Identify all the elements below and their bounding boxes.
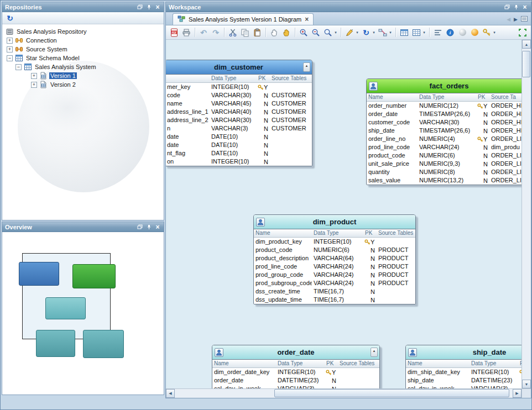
float-panel-icon[interactable] [137, 224, 143, 230]
horizontal-scroll-track[interactable] [175, 389, 513, 398]
refresh-repositories-icon[interactable]: ↻ [4, 14, 15, 23]
float-panel-icon[interactable] [504, 4, 510, 10]
dropdown-icon[interactable]: ▾ [492, 30, 497, 35]
table-row[interactable]: customer_codeVARCHAR(30)NORDER_HE [367, 118, 521, 127]
overview-rect-ship-date[interactable] [83, 330, 124, 358]
table-row[interactable]: order_dateTIMESTAMP(26,6)NORDER_HE [367, 110, 521, 118]
next-tab-icon[interactable]: ▶ [514, 17, 518, 22]
pin-panel-icon[interactable] [145, 224, 152, 230]
table-header[interactable]: dim_product [254, 215, 415, 229]
vertical-scrollbar[interactable]: ▲ ▼ [521, 40, 531, 388]
scroll-up-arrow[interactable]: ▲ [522, 40, 531, 49]
table-row[interactable]: prod_group_codeVARCHAR(24)NPRODUCT [254, 271, 415, 279]
scroll-up-button[interactable]: ▲ [371, 348, 378, 357]
tree-item-source-system[interactable]: + Source System [2, 45, 164, 54]
table-row[interactable]: onINTEGER(10)N [166, 157, 312, 166]
table-row[interactable]: dim_order_date_keyINTEGER(10)Y [212, 368, 379, 376]
overview-canvas[interactable] [2, 232, 164, 395]
table-header[interactable]: fact_orders [367, 79, 521, 93]
line-tool-icon[interactable] [344, 27, 355, 38]
overview-rect-fact-orders[interactable] [72, 264, 116, 288]
scroll-down-arrow[interactable]: ▼ [522, 380, 531, 388]
expand-icon[interactable]: + [7, 46, 13, 52]
table-row[interactable]: ship_dateDATETIME(23)N [406, 376, 521, 385]
table-row[interactable]: ship_dateTIMESTAMP(26,6)NORDER_HE [367, 127, 521, 135]
tree-item-star-schema-model[interactable]: − Star Schema Model [2, 54, 164, 62]
dropdown-icon[interactable]: ▾ [372, 30, 376, 35]
info-icon[interactable]: i [445, 27, 456, 38]
overview-rect-dim-product[interactable] [45, 297, 86, 319]
workspace-titlebar[interactable]: Workspace × [166, 2, 531, 12]
export-pdf-icon[interactable]: PDF [169, 27, 180, 38]
vertical-scroll-track[interactable] [522, 49, 531, 380]
redo-icon[interactable]: ↷ [210, 27, 221, 38]
horizontal-scrollbar[interactable]: ◀ ▶ [166, 388, 521, 398]
float-panel-icon[interactable] [137, 4, 143, 10]
pan-hand-icon[interactable] [269, 27, 280, 38]
tab-sales-analysis-diagram[interactable]: Sales Analysis System Version 1 Diagram … [173, 13, 314, 25]
expand-icon[interactable]: + [31, 73, 37, 79]
paste-icon[interactable] [252, 27, 263, 38]
horizontal-scroll-thumb[interactable] [274, 389, 509, 397]
close-panel-icon[interactable]: × [154, 4, 161, 10]
table-header[interactable]: order_date ▲ [212, 345, 379, 360]
pin-panel-icon[interactable] [145, 4, 152, 10]
table-row[interactable]: dateDATE(10)N [166, 133, 312, 141]
tree-item-sales-analysis-system[interactable]: − Sales Analysis System [2, 62, 164, 71]
pin-panel-icon[interactable] [513, 4, 519, 10]
table-row[interactable]: cal_day_in_weekVARCHAR(3)N [406, 385, 521, 388]
relationship-tool-icon[interactable] [377, 27, 388, 38]
zoom-out-icon[interactable] [310, 27, 321, 38]
fit-diagram-icon[interactable] [517, 27, 528, 38]
table-row[interactable]: cal_day_in_weekVARCHAR(3)N [212, 385, 379, 388]
overview-titlebar[interactable]: Overview × [2, 222, 164, 232]
tab-list-icon[interactable] [521, 16, 528, 23]
table-row[interactable]: unit_sale_priceNUMERIC(9,3)NORDER_LI [367, 160, 521, 168]
entity-table-dim-product[interactable]: dim_product NameData TypePKSource Tables… [253, 214, 416, 304]
table-row[interactable]: address_line_2VARCHAR(30)NCUSTOMER [166, 116, 312, 124]
sphere-icon[interactable] [457, 27, 468, 38]
expand-icon[interactable]: + [31, 82, 37, 88]
repositories-titlebar[interactable]: Repositories × [2, 2, 164, 12]
table-row[interactable]: mer_keyINTEGER(10)Y [166, 83, 312, 91]
table-row[interactable]: product_codeNUMERIC(6)NPRODUCT [254, 246, 415, 254]
table-row[interactable]: address_line_1VARCHAR(40)NCUSTOMER [166, 108, 312, 116]
tree-item-repository[interactable]: Sales Analysis Repository [2, 27, 164, 36]
table-header[interactable]: ship_date [406, 345, 521, 360]
close-panel-icon[interactable]: × [154, 224, 161, 230]
table-row[interactable]: order_line_noNUMERIC(4)YORDER_LI [367, 135, 521, 143]
key-tool-icon[interactable] [481, 27, 492, 38]
overview-rect-order-date[interactable] [36, 330, 75, 357]
table-row[interactable]: quantityNUMERIC(8)NORDER_LI [367, 168, 521, 176]
table-row[interactable]: codeVARCHAR(30)NCUSTOMER [166, 91, 312, 99]
table-row[interactable]: dim_ship_date_keyINTEGER(10)Y [406, 368, 521, 376]
scroll-left-arrow[interactable]: ◀ [166, 389, 175, 398]
table-row[interactable]: dateDATE(10)N [166, 141, 312, 149]
close-tab-icon[interactable]: × [305, 17, 309, 22]
scroll-right-arrow[interactable]: ▶ [513, 389, 521, 398]
grab-hand-icon[interactable] [281, 27, 292, 38]
table-row[interactable]: sales_valueNUMERIC(13,2)NORDER_LI [367, 176, 521, 185]
table-row[interactable]: product_descriptionVARCHAR(64)NPRODUCT [254, 254, 415, 262]
table-row[interactable]: prod_line_codeVARCHAR(24)NPRODUCT [254, 262, 415, 271]
highlight-icon[interactable] [469, 27, 480, 38]
refresh-diagram-icon[interactable]: ↻ [361, 27, 372, 38]
tree-item-version-1[interactable]: + Version 1 [2, 71, 164, 80]
overview-rect-dim-customer[interactable] [19, 262, 59, 286]
table-row[interactable]: order_dateDATETIME(23)N [212, 376, 379, 385]
previous-tab-icon[interactable]: ◀ [507, 17, 510, 22]
scroll-up-button[interactable]: ▲ [303, 62, 310, 72]
zoom-in-icon[interactable] [298, 27, 309, 38]
grid-view-icon[interactable] [411, 27, 422, 38]
entity-table-fact-orders[interactable]: fact_orders NameData TypePKSource Ta ord… [366, 78, 521, 185]
print-icon[interactable] [181, 27, 192, 38]
collapse-icon[interactable]: − [7, 55, 13, 61]
table-row[interactable]: order_numberNUMERIC(12)YORDER_HE [367, 102, 521, 110]
table-row[interactable]: dim_product_keyINTEGER(10)Y [254, 238, 415, 246]
entity-table-dim-customer[interactable]: dim_customer ▲ Data TypePKSource Tables … [166, 60, 312, 166]
undo-icon[interactable]: ↶ [198, 27, 209, 38]
copy-icon[interactable] [239, 27, 251, 38]
expand-icon[interactable]: + [7, 38, 13, 44]
dropdown-icon[interactable]: ▾ [388, 30, 393, 35]
cut-icon[interactable] [227, 27, 238, 38]
